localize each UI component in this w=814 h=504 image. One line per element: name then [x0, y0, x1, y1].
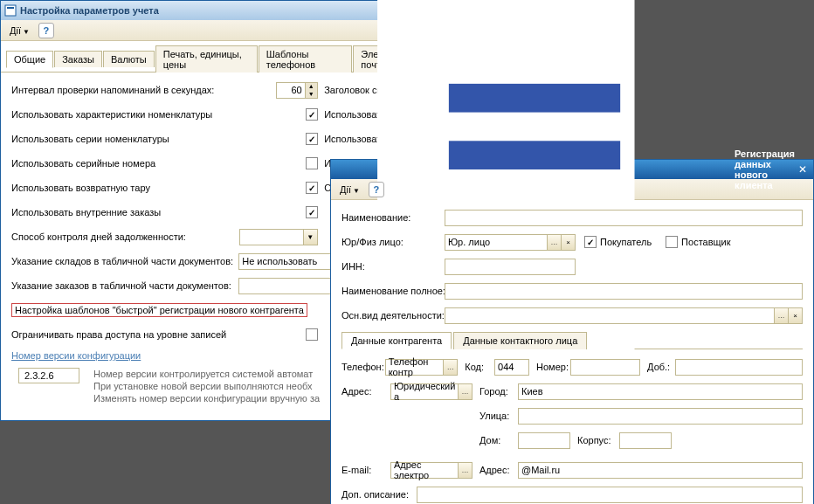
- return-tare-label: Использовать возвратную тару: [11, 183, 150, 193]
- phone-type-select[interactable]: Телефон контр…: [385, 359, 459, 376]
- supplier-label: Поставщик: [681, 237, 730, 247]
- supplier-checkbox[interactable]: [666, 236, 678, 248]
- house-label: Дом:: [479, 435, 518, 445]
- tab-general[interactable]: Общие: [6, 51, 53, 68]
- inn-label: ИНН:: [341, 261, 445, 272]
- orders-doc-label: Указание заказов в табличной части докум…: [11, 280, 231, 291]
- number-input[interactable]: [570, 359, 640, 376]
- spin-up[interactable]: ▲: [306, 83, 317, 91]
- email-addr-input[interactable]: [518, 462, 803, 479]
- ellipsis-icon[interactable]: …: [547, 235, 561, 250]
- use-series-checkbox[interactable]: [306, 133, 318, 145]
- debt-control-select[interactable]: ▼: [239, 229, 318, 245]
- addr-type-select[interactable]: Юридический а…: [390, 383, 473, 400]
- email-label: E-mail:: [341, 465, 390, 475]
- limit-access-label: Ограничивать права доступа на уровне зап…: [11, 329, 226, 340]
- house-input[interactable]: [518, 432, 570, 449]
- phone-label: Телефон:: [341, 362, 385, 372]
- ext-input[interactable]: [675, 359, 803, 376]
- internal-orders-checkbox[interactable]: [306, 206, 318, 218]
- use-series-label: Использовать серии номенклатуры: [11, 134, 169, 144]
- warehouses-doc-label: Указание складов в табличной части докум…: [11, 256, 233, 266]
- tab-orders[interactable]: Заказы: [54, 51, 102, 67]
- version-notes: Номер версии контролируется системой авт…: [93, 368, 320, 404]
- tab-print[interactable]: Печать, единицы, цены: [155, 45, 258, 72]
- registration-titlebar: Регистрация данных нового клиента ✕: [331, 160, 813, 179]
- tab-currencies[interactable]: Валюты: [103, 51, 155, 67]
- return-tare-checkbox[interactable]: [306, 182, 318, 194]
- fullname-input[interactable]: [445, 283, 803, 300]
- clear-icon[interactable]: ×: [788, 308, 802, 323]
- ellipsis-icon[interactable]: …: [443, 360, 457, 375]
- version-value: 2.3.2.6: [18, 368, 79, 383]
- addr-label: Адрес:: [341, 386, 390, 397]
- close-button[interactable]: ✕: [797, 162, 810, 176]
- use-char-checkbox[interactable]: [306, 108, 318, 121]
- desc-label: Доп. описание:: [341, 489, 417, 500]
- ellipsis-icon[interactable]: …: [458, 384, 472, 399]
- internal-orders-label: Использовать внутренние заказы: [11, 207, 161, 217]
- svg-rect-3: [449, 84, 620, 113]
- interval-spinner[interactable]: 60 ▲▼: [276, 82, 318, 99]
- buyer-checkbox[interactable]: [584, 236, 597, 248]
- desc-input[interactable]: [417, 487, 803, 503]
- ellipsis-icon[interactable]: …: [458, 463, 472, 478]
- street-label: Улица:: [479, 411, 518, 421]
- code-input[interactable]: [494, 359, 529, 376]
- buyer-label: Покупатель: [600, 237, 652, 247]
- actions-menu[interactable]: Дії▼: [335, 183, 365, 197]
- settings-icon: [4, 4, 17, 17]
- building-input[interactable]: [619, 432, 672, 449]
- name-label: Наименование:: [341, 212, 445, 223]
- help-button[interactable]: ?: [369, 182, 384, 197]
- city-input[interactable]: [518, 383, 803, 400]
- use-char-label: Использовать характеристики номенклатуры: [11, 109, 212, 120]
- number-label: Номер:: [536, 362, 570, 372]
- debt-control-label: Способ контроля дней задолженности:: [11, 231, 186, 242]
- activity-label: Осн.вид деятельности:: [341, 310, 445, 321]
- tab-contragent-data[interactable]: Данные контрагента: [341, 332, 452, 349]
- type-select[interactable]: Юр. лицо…×: [445, 234, 576, 251]
- template-cfg-link[interactable]: Настройка шаблонов "быстрой" регистрации…: [11, 303, 307, 317]
- registration-title: Регистрация данных нового клиента: [735, 148, 795, 190]
- use-serial-label: Использовать серийные номера: [11, 158, 155, 169]
- registration-window: Регистрация данных нового клиента ✕ Дії▼…: [330, 159, 814, 504]
- code-label: Код:: [465, 362, 494, 372]
- limit-access-checkbox[interactable]: [306, 328, 318, 341]
- inn-input[interactable]: [445, 259, 576, 275]
- email-addr-label: Адрес:: [479, 465, 518, 475]
- svg-rect-1: [7, 7, 14, 9]
- svg-rect-4: [449, 141, 620, 169]
- interval-label: Интервал проверки напоминаний в секундах…: [11, 85, 214, 95]
- svg-rect-0: [5, 5, 16, 16]
- fullname-label: Наименование полное:: [341, 286, 445, 296]
- actions-menu[interactable]: Дії▼: [4, 24, 35, 38]
- city-label: Город:: [479, 386, 518, 397]
- clear-icon[interactable]: ×: [561, 235, 575, 250]
- email-type-select[interactable]: Адрес электро…: [390, 462, 473, 479]
- street-input[interactable]: [518, 408, 803, 425]
- use-serial-checkbox[interactable]: [306, 157, 318, 169]
- spin-down[interactable]: ▼: [306, 90, 317, 98]
- tab-contact-data[interactable]: Данные контактного лица: [453, 332, 587, 349]
- activity-select[interactable]: …×: [445, 307, 803, 324]
- building-label: Корпус:: [577, 435, 619, 445]
- name-input[interactable]: [445, 210, 803, 226]
- ellipsis-icon[interactable]: …: [774, 308, 788, 323]
- help-button[interactable]: ?: [38, 23, 54, 38]
- ext-label: Доб.:: [647, 362, 675, 372]
- type-label: Юр/Физ лицо:: [341, 237, 445, 247]
- chevron-down-icon[interactable]: ▼: [303, 230, 317, 245]
